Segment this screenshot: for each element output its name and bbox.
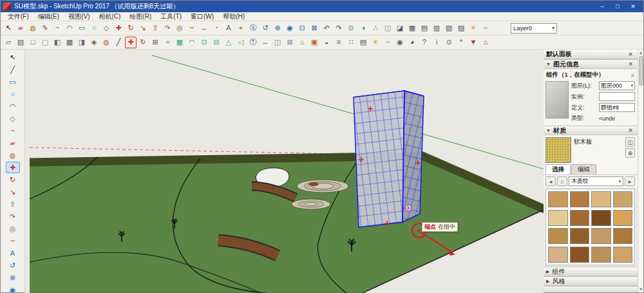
home-icon[interactable]: ⌂ <box>557 176 567 186</box>
entity-info-toggle[interactable]: i <box>431 37 442 48</box>
entity-layer-dropdown[interactable]: 图层000 ▾ <box>599 81 635 90</box>
wood-swatch[interactable] <box>548 228 568 244</box>
style-textured[interactable]: ▩ <box>64 37 75 48</box>
menu-edit[interactable]: 编辑(E) <box>33 12 64 21</box>
tool-3d-text[interactable]: Ⓐ <box>247 23 259 34</box>
tool-pan[interactable]: ⊕ <box>272 23 283 34</box>
wood-swatch[interactable] <box>591 210 611 226</box>
toggle-fog[interactable]: ≈ <box>480 23 491 34</box>
section-entity-info-header[interactable]: ▼ 图元信息 ✕ <box>543 59 638 69</box>
section-styles[interactable]: ▶ 风格 <box>543 276 638 286</box>
wood-swatch[interactable] <box>570 247 590 263</box>
open-outliner[interactable]: ∷ <box>345 37 357 48</box>
wood-swatch[interactable] <box>570 191 590 207</box>
wood-swatch[interactable] <box>613 228 633 244</box>
tool-zoom-window[interactable]: ⊡ <box>296 23 308 34</box>
scroll-down-icon[interactable]: ▼ <box>639 286 643 292</box>
section-materials-header[interactable]: ▼ 材质 ✕ <box>543 126 638 135</box>
menu-help[interactable]: 帮助(H) <box>218 12 249 21</box>
view-top[interactable]: ▦ <box>406 23 418 34</box>
instance-input[interactable] <box>599 92 635 101</box>
tool-make-component[interactable]: ◈ <box>88 37 100 48</box>
maximize-button[interactable]: □ <box>610 1 625 12</box>
tool-tape-measure[interactable]: ┅ <box>6 235 20 247</box>
open-layer-manager[interactable]: ≡ <box>333 37 345 48</box>
preferences[interactable]: * <box>455 37 467 48</box>
tool-paint-bucket[interactable]: ◍ <box>6 149 20 161</box>
menu-tools[interactable]: 工具(T) <box>156 12 186 21</box>
fog-settings[interactable]: ≈ <box>382 37 393 48</box>
section-components[interactable]: ▶ 组件 <box>543 267 638 276</box>
tool-zoom-extents[interactable]: ⊠ <box>308 23 320 34</box>
tool-orbit[interactable]: ↺ <box>6 260 20 271</box>
sandbox-add-detail[interactable]: △ <box>223 37 234 48</box>
view-front[interactable]: ▤ <box>419 23 430 34</box>
sandbox-from-contours[interactable]: ≈ <box>162 37 173 48</box>
tool-axes[interactable]: + <box>235 23 247 34</box>
style-shaded[interactable]: ◧ <box>52 37 63 48</box>
tool-array[interactable]: ⊞ <box>149 37 161 48</box>
tool-next-view[interactable]: ↷ <box>333 23 345 34</box>
match-photo[interactable]: ◉ <box>394 37 406 48</box>
view-left[interactable]: ▨ <box>455 23 467 34</box>
tool-freehand[interactable]: ~ <box>6 125 20 137</box>
tool-pencil[interactable]: ✎ <box>39 23 51 34</box>
display-secondary-pane-button[interactable]: ◫ <box>625 137 635 147</box>
section-close-icon[interactable]: ✕ <box>627 128 634 133</box>
tool-angular-dimension[interactable]: ↔ <box>260 37 271 48</box>
view-back[interactable]: ▧ <box>443 23 455 34</box>
tool-walk[interactable]: ∴ <box>370 23 381 34</box>
wood-swatch[interactable] <box>591 191 611 207</box>
panel-close-icon[interactable]: ✕ <box>627 52 634 57</box>
tool-rectangle[interactable]: ▭ <box>6 76 20 88</box>
layer-dropdown[interactable]: Layer0 ▾ <box>511 23 557 33</box>
close-button[interactable]: ✕ <box>625 1 641 12</box>
tool-offset[interactable]: ◎ <box>174 23 185 34</box>
tab-select[interactable]: 选择 <box>545 164 571 175</box>
section-display-toggle[interactable]: ◫ <box>272 37 283 48</box>
wood-swatch[interactable] <box>591 228 611 244</box>
view-right[interactable]: ▥ <box>431 23 442 34</box>
sandbox-stamp[interactable]: ⊡ <box>198 37 210 48</box>
viewport-canvas[interactable] <box>25 50 544 293</box>
tool-3d-text-2[interactable]: Ⓣ <box>247 37 259 48</box>
tool-scale[interactable]: ↘ <box>6 186 20 198</box>
selected-building-group[interactable] <box>354 91 424 227</box>
tool-polygon[interactable]: ◇ <box>6 113 20 124</box>
tool-scale[interactable]: ↘ <box>137 23 149 34</box>
style-hidden-line[interactable]: ▢ <box>39 37 51 48</box>
tool-move[interactable]: ✚ <box>6 162 20 173</box>
tool-orbit[interactable]: ↺ <box>260 23 271 34</box>
tool-arc[interactable]: ◠ <box>64 23 75 34</box>
tool-section-plane[interactable]: ◫ <box>382 23 393 34</box>
wood-swatch[interactable] <box>570 210 590 226</box>
tool-eraser[interactable]: ▰ <box>15 23 26 34</box>
tool-zoom[interactable]: ◉ <box>6 284 20 292</box>
menu-camera[interactable]: 相机(C) <box>94 12 125 21</box>
tool-previous-view[interactable]: ↶ <box>321 23 332 34</box>
definition-input[interactable] <box>599 103 635 112</box>
open-material-browser[interactable]: ▣ <box>308 37 320 48</box>
material-preview-thumbnail[interactable] <box>545 137 571 163</box>
wood-swatch[interactable] <box>613 191 633 207</box>
menu-file[interactable]: 文件(F) <box>3 12 33 21</box>
viewport[interactable]: 端点在组中 <box>25 50 542 292</box>
3d-warehouse[interactable]: ⌂ <box>480 37 491 48</box>
tool-protractor[interactable]: ◔ <box>211 23 222 34</box>
open-style-browser[interactable]: ◒ <box>321 37 332 48</box>
tool-rotate-group[interactable]: ↻ <box>137 37 149 48</box>
create-material-button[interactable]: ⊕ <box>625 148 635 158</box>
tool-circle[interactable]: ○ <box>6 88 20 100</box>
tool-text[interactable]: A <box>6 247 20 259</box>
sandbox-smoove[interactable]: ◠ <box>186 37 198 48</box>
extension-warehouse[interactable]: ▼ <box>468 37 479 48</box>
tab-edit[interactable]: 编辑 <box>571 164 596 175</box>
tool-paint-bucket[interactable]: ◍ <box>27 23 39 34</box>
tool-line[interactable]: ╱ <box>6 64 20 75</box>
wood-swatch[interactable] <box>613 210 633 226</box>
style-wireframe[interactable]: □ <box>27 37 39 48</box>
tool-circle[interactable]: ○ <box>88 23 100 34</box>
wood-swatch[interactable] <box>548 210 568 226</box>
tool-tape-measure[interactable]: ┅ <box>186 23 198 34</box>
tool-line[interactable]: ╱ <box>113 37 124 48</box>
